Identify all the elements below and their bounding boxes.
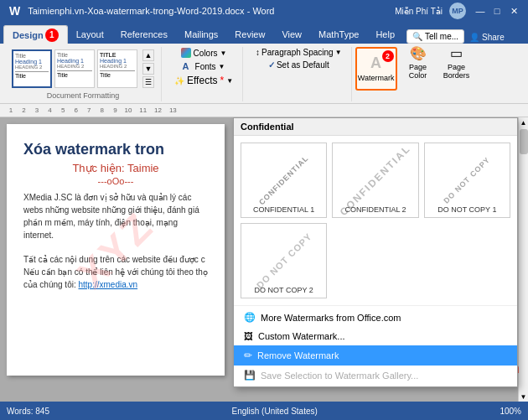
document-page: Xóa watermark tron Thực hiện: Taimie ---… (7, 124, 225, 376)
status-center: English (United States) (232, 407, 318, 416)
wm-text-confidential-1: CONFIDENTIAL (257, 154, 310, 207)
checkmark-icon: ✓ (268, 60, 275, 70)
wm-label-confidential-2: CONFIDENTIAL 2 (344, 205, 406, 214)
scroll-down-button[interactable]: ▼ (519, 391, 528, 402)
fonts-button[interactable]: A Fonts ▼ (180, 60, 228, 72)
styles-down-button[interactable]: ▼ (142, 63, 154, 75)
status-right: 100% (500, 407, 521, 416)
paragraph-spacing-icon: ↕ (256, 48, 260, 57)
maximize-button[interactable]: □ (489, 3, 505, 18)
scroll-thumb[interactable] (520, 129, 528, 154)
eraser-icon: ✏ (244, 350, 252, 361)
user-avatar: MP (449, 3, 466, 19)
tab-review[interactable]: Review (226, 25, 273, 44)
set-as-default-button[interactable]: ✓ Set as Default (266, 60, 332, 70)
paragraph-spacing-button[interactable]: ↕ Paragraph Spacing ▼ (253, 47, 344, 58)
document-title: Xóa watermark tron (23, 141, 208, 158)
watermark-item-confidential-2[interactable]: CONFIDENTIAL CONFIDENTIAL 2 (332, 143, 418, 218)
tab-design[interactable]: Design 1 (3, 25, 68, 44)
word-icon: W (7, 4, 23, 18)
paragraph-group: ↕ Paragraph Spacing ▼ ✓ Set as Default (246, 47, 352, 101)
tab-help[interactable]: Help (367, 25, 403, 44)
style-item-1[interactable]: Title Heading 1 HEADING 2 Title (12, 49, 52, 88)
colors-icon (181, 48, 191, 58)
watermark-menu: 🌐 More Watermarks from Office.com 🖼 Cust… (234, 305, 517, 386)
zoom-level: 100% (500, 407, 521, 416)
tab-references[interactable]: References (112, 25, 176, 44)
tell-me-input[interactable]: 🔍 Tell me... (406, 29, 464, 44)
close-button[interactable]: ✕ (506, 3, 521, 18)
watermark-gallery: CONFIDENTIAL CONFIDENTIAL 1 CONFIDENTIAL… (234, 136, 517, 305)
styles-up-button[interactable]: ▲ (142, 49, 154, 61)
wm-label-do-not-copy-1: DO NOT COPY 1 (437, 205, 496, 214)
wm-text-do-not-copy-1: DO NOT COPY (443, 155, 492, 205)
title-bar: W Taimienphi.vn-Xoa-watermark-trong-Word… (0, 0, 528, 22)
paragraph-content: ↕ Paragraph Spacing ▼ ✓ Set as Default (253, 47, 344, 101)
language-indicator: English (United States) (232, 407, 318, 416)
title-bar-left: W Taimienphi.vn-Xoa-watermark-trong-Word… (7, 4, 274, 18)
colors-fonts-content: Colors ▼ A Fonts ▼ ✨ Effects * ▼ (172, 47, 236, 101)
search-icon: 🔍 (412, 32, 422, 41)
minimize-button[interactable]: — (473, 3, 488, 18)
style-nav: ▲ ▼ ☰ (142, 49, 154, 88)
watermark-panel-header: Confidential (234, 118, 517, 136)
tab-view[interactable]: View (273, 25, 310, 44)
tab-mailings[interactable]: Mailings (176, 25, 226, 44)
document-link[interactable]: http://xmedia.vn (79, 280, 138, 289)
title-bar-controls: — □ ✕ (473, 3, 521, 18)
page-borders-icon: ▭ (450, 45, 463, 61)
effects-chevron: ▼ (226, 77, 233, 85)
status-left: Words: 845 (7, 407, 49, 416)
page-color-icon: 🎨 (410, 45, 427, 61)
document-formatting-label: Document Formatting (5, 91, 161, 100)
ruler: 1 2 3 4 5 6 7 8 9 10 11 12 13 (0, 104, 528, 117)
colors-button[interactable]: Colors ▼ (179, 47, 230, 59)
more-watermarks-item[interactable]: 🌐 More Watermarks from Office.com (234, 308, 517, 327)
globe-icon: 🌐 (244, 312, 256, 323)
image-icon: 🖼 (244, 331, 253, 341)
document-divider: ---oOo--- (23, 176, 208, 186)
document-subtitle: Thực hiện: Taimie (23, 162, 208, 174)
styles-more-button[interactable]: ☰ (142, 76, 154, 88)
word-count: Words: 845 (7, 407, 49, 416)
tab-mathtype[interactable]: MathType (310, 25, 367, 44)
save-icon: 💾 (244, 370, 256, 381)
fonts-chevron: ▼ (219, 63, 225, 70)
style-item-2[interactable]: Title Heading 1 HEADING 2 Title (54, 49, 95, 88)
mien-phi-tai-label: Miễn Phí Tải (395, 7, 443, 16)
paragraph-chevron: ▼ (335, 49, 342, 56)
watermark-item-do-not-copy-2[interactable]: DO NOT COPY DO NOT COPY 2 (241, 223, 327, 298)
watermark-icon: A (370, 54, 381, 72)
page-background-group: A Watermark 2 🎨 Page Color ▭ Page Border… (355, 47, 474, 101)
wm-label-confidential-1: CONFIDENTIAL 1 (253, 205, 314, 214)
tab-layout[interactable]: Layout (68, 25, 112, 44)
style-item-3[interactable]: TITLE Heading 1 HEADING 2 Title (97, 49, 137, 88)
document-paragraph-2: Tất cả các nội dung trên các website đều… (23, 253, 208, 291)
vertical-scrollbar[interactable]: ▲ ▼ (518, 117, 528, 402)
fonts-icon: A (183, 61, 193, 71)
effects-star: * (220, 75, 224, 86)
watermark-badge: 2 (382, 50, 394, 62)
effects-icon: ✨ (174, 76, 184, 86)
ribbon-body: Title Heading 1 HEADING 2 Title Title He… (0, 44, 528, 104)
wm-label-do-not-copy-2: DO NOT COPY 2 (255, 286, 313, 294)
watermark-dropdown-panel: Confidential CONFIDENTIAL CONFIDENTIAL 1… (233, 117, 518, 387)
document-paragraph-1: XMedia J.SC là đơn vị sở hữu và quản lý … (23, 191, 208, 241)
theme-styles: Title Heading 1 HEADING 2 Title Title He… (12, 49, 137, 88)
share-icon: 👤 (469, 33, 479, 42)
watermark-item-do-not-copy-1[interactable]: DO NOT COPY DO NOT COPY 1 (424, 143, 510, 218)
remove-watermark-item[interactable]: ✏ Remove Watermark (234, 345, 517, 366)
document-formatting-group: Title Heading 1 HEADING 2 Title Title He… (5, 47, 162, 101)
save-to-gallery-item: 💾 Save Selection to Watermark Gallery... (234, 366, 517, 385)
badge-1: 1 (45, 29, 59, 42)
watermark-button[interactable]: A Watermark 2 (355, 47, 397, 91)
colors-chevron: ▼ (220, 49, 227, 57)
status-bar: Words: 845 English (United States) 100% (0, 402, 528, 420)
share-button[interactable]: 👤 Share (464, 31, 510, 44)
custom-watermark-item[interactable]: 🖼 Custom Watermark... (234, 327, 517, 345)
page-borders-button[interactable]: ▭ Page Borders (439, 47, 474, 91)
watermark-item-confidential-1[interactable]: CONFIDENTIAL CONFIDENTIAL 1 (241, 143, 327, 218)
scroll-up-button[interactable]: ▲ (519, 117, 528, 127)
effects-button[interactable]: ✨ Effects * ▼ (172, 74, 236, 87)
page-color-button[interactable]: 🎨 Page Color (401, 47, 436, 91)
